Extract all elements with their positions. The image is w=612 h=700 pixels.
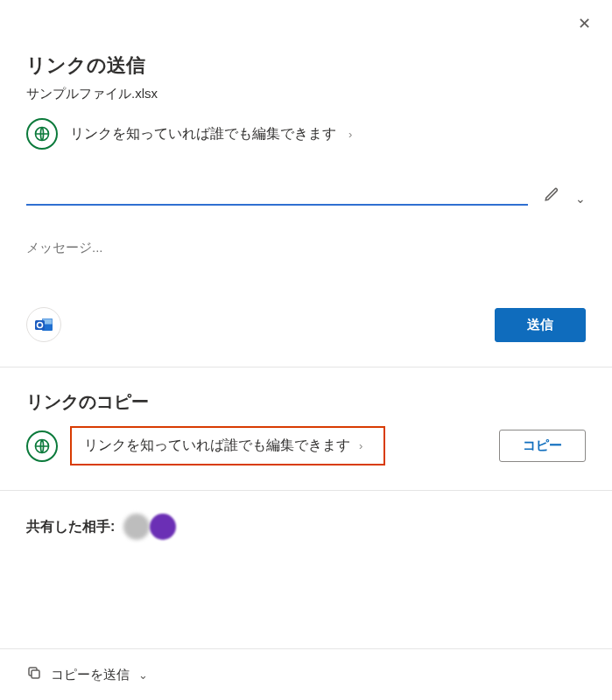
message-input[interactable] (26, 225, 586, 269)
globe-icon (26, 118, 58, 150)
chevron-right-icon: › (348, 128, 352, 141)
copy-link-title: リンクのコピー (26, 390, 586, 414)
globe-icon (26, 430, 58, 462)
shared-with-label: 共有した相手: (26, 518, 115, 536)
chevron-right-icon: › (359, 439, 362, 452)
permission-text: リンクを知っていれば誰でも編集できます (70, 125, 336, 144)
edit-permissions-button[interactable] (540, 183, 563, 206)
close-button[interactable]: ✕ (578, 14, 591, 33)
send-copy-row[interactable]: コピーを送信 ⌄ (0, 648, 612, 700)
chevron-down-icon[interactable]: ⌄ (575, 192, 586, 206)
send-copy-label: コピーを送信 (51, 667, 130, 683)
svg-rect-3 (35, 320, 45, 330)
recipient-input[interactable] (26, 174, 528, 206)
dialog-title: リンクの送信 (26, 52, 586, 79)
svg-rect-6 (32, 670, 39, 678)
copy-permission-box[interactable]: リンクを知っていれば誰でも編集できます › (70, 426, 385, 466)
avatar[interactable] (150, 514, 176, 540)
chevron-down-icon: ⌄ (138, 668, 148, 682)
copy-button[interactable]: コピー (499, 430, 586, 462)
permission-row[interactable]: リンクを知っていれば誰でも編集できます › (26, 118, 586, 150)
copy-permission-text: リンクを知っていれば誰でも編集できます (84, 437, 350, 455)
outlook-icon (26, 307, 61, 342)
filename-label: サンプルファイル.xlsx (26, 86, 586, 102)
avatar[interactable] (123, 514, 150, 540)
send-button[interactable]: 送信 (495, 308, 586, 342)
copy-send-icon (26, 665, 42, 684)
